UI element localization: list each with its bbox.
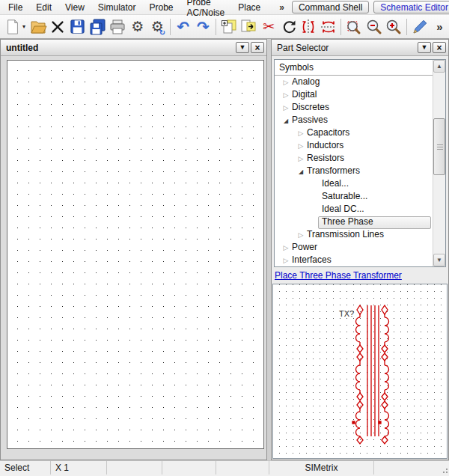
undo-button[interactable]: ↶ <box>174 16 193 37</box>
status-empty <box>216 461 269 475</box>
copy-pages-icon <box>220 18 238 36</box>
menu-overflow-chevron-icon[interactable]: » <box>276 2 287 13</box>
simulator-options-button[interactable]: ⚙ ↻ <box>147 16 167 37</box>
scrollbar-thumb[interactable] <box>433 118 445 175</box>
menu-place[interactable]: Place <box>231 1 267 14</box>
tree-item-power[interactable]: Power <box>275 241 433 254</box>
schematic-canvas[interactable] <box>7 60 264 449</box>
window-menu-button[interactable]: ▼ <box>236 42 249 53</box>
panel-menu-button[interactable]: ▼ <box>418 42 431 53</box>
redo-arrow-icon: ↷ <box>197 19 210 34</box>
new-schematic-button[interactable]: ▾ <box>2 16 28 37</box>
gear-icon: ⚙ <box>131 19 144 34</box>
tree-item-digital[interactable]: Digital <box>275 88 433 101</box>
workspace: untitled ▼ × Part Selector ▼ × Symbols A… <box>0 39 449 460</box>
tree-rows: Analog Digital Discretes Passives Capaci… <box>275 76 433 266</box>
copy-button[interactable] <box>219 16 239 37</box>
chevron-right-icon[interactable] <box>282 101 290 115</box>
menu-bar: File Edit View Simulator Probe Probe AC/… <box>0 0 449 15</box>
paste-button[interactable] <box>239 16 259 37</box>
schematic-window-title: untitled <box>6 43 234 53</box>
chevron-right-icon[interactable] <box>297 228 305 242</box>
chevron-right-icon[interactable] <box>297 126 305 140</box>
floppy-disk-icon <box>69 18 86 35</box>
tree-item-capacitors[interactable]: Capacitors <box>275 126 433 139</box>
tree-item-interfaces[interactable]: Interfaces <box>275 254 433 266</box>
tree-item-transmission-lines[interactable]: Transmission Lines <box>275 228 433 241</box>
chevron-right-icon[interactable] <box>282 254 290 267</box>
close-file-button[interactable] <box>49 16 68 37</box>
zoom-area-button[interactable] <box>344 16 364 37</box>
mirror-vertical-icon <box>299 18 317 36</box>
schematic-editor-label: Schematic Editor <box>380 2 448 13</box>
chevron-right-icon[interactable] <box>282 88 290 102</box>
toolbar-separator <box>216 19 216 35</box>
chevron-right-icon[interactable] <box>297 139 305 153</box>
menu-edit[interactable]: Edit <box>29 1 58 14</box>
tree-item-analog[interactable]: Analog <box>275 76 433 88</box>
tree-item-inductors[interactable]: Inductors <box>275 139 433 152</box>
flip-horizontal-axis-button[interactable] <box>319 16 338 37</box>
tree-item-passives[interactable]: Passives <box>275 114 433 126</box>
status-empty <box>374 461 449 475</box>
panel-close-button[interactable]: × <box>433 42 446 53</box>
command-shell-button[interactable]: Command Shell <box>292 1 369 13</box>
part-selector-titlebar[interactable]: Part Selector ▼ × <box>272 40 448 56</box>
window-close-button[interactable]: × <box>251 42 264 53</box>
save-button[interactable] <box>68 16 88 37</box>
menu-view[interactable]: View <box>58 1 91 14</box>
printer-icon <box>109 18 126 36</box>
scroll-up-icon[interactable]: ▲ <box>433 60 445 73</box>
schematic-window-titlebar[interactable]: untitled ▼ × <box>1 40 266 56</box>
scroll-down-icon[interactable]: ▼ <box>433 254 445 266</box>
part-reference-label: TX? <box>339 309 354 318</box>
status-app-name: SIMetrix <box>269 461 374 475</box>
place-part-link[interactable]: Place Three Phase Transformer <box>275 270 402 281</box>
rotate-arrow-icon <box>280 18 298 36</box>
chevron-right-icon[interactable] <box>297 152 305 165</box>
status-empty <box>107 461 162 475</box>
chevron-right-icon[interactable] <box>282 76 290 89</box>
zoom-area-magnifier-icon <box>345 18 363 36</box>
three-phase-transformer-symbol: TX? <box>273 284 448 460</box>
mirror-horizontal-icon <box>320 18 337 36</box>
draw-wire-button[interactable] <box>410 16 430 37</box>
rotate-button[interactable] <box>279 16 299 37</box>
tree-item-resistors[interactable]: Resistors <box>275 152 433 165</box>
menu-simulator[interactable]: Simulator <box>91 1 143 14</box>
redo-button[interactable]: ↷ <box>194 16 213 37</box>
toolbar-overflow-chevron-icon[interactable]: » <box>430 16 449 37</box>
schematic-editor-button[interactable]: Schematic Editor ▼ <box>373 1 449 13</box>
resize-grip[interactable] <box>441 466 448 473</box>
flip-vertical-axis-button[interactable] <box>299 16 318 37</box>
options-button[interactable]: ⚙ <box>128 16 147 37</box>
tree-item-three-phase[interactable]: Three Phase <box>275 216 433 228</box>
toolbar-separator <box>170 19 171 35</box>
tree-item-saturable[interactable]: Saturable... <box>275 190 433 203</box>
part-preview-pane[interactable]: TX? <box>272 284 448 459</box>
tree-item-discretes[interactable]: Discretes <box>275 101 433 114</box>
new-dropdown-icon[interactable]: ▾ <box>22 23 25 30</box>
cut-button[interactable]: ✂ <box>259 16 278 37</box>
menu-file[interactable]: File <box>1 1 29 14</box>
part-selector-pane: Part Selector ▼ × Symbols Analog Digital… <box>271 39 449 460</box>
tree-item-ideal-dc[interactable]: Ideal DC... <box>275 203 433 216</box>
status-bar: Select X 1 SIMetrix <box>0 460 449 475</box>
tree-item-ideal[interactable]: Ideal... <box>275 177 433 190</box>
scissors-icon: ✂ <box>263 19 275 34</box>
menu-probe[interactable]: Probe <box>143 1 180 14</box>
chevron-right-icon[interactable] <box>282 241 290 254</box>
tree-item-transformers[interactable]: Transformers <box>275 165 433 177</box>
undo-arrow-icon: ↶ <box>177 19 189 34</box>
save-all-button[interactable] <box>88 16 108 37</box>
tree-scrollbar[interactable]: ▲ ▼ <box>433 60 445 266</box>
zoom-in-button[interactable] <box>385 16 404 37</box>
open-file-button[interactable] <box>28 16 48 37</box>
chevron-expanded-icon[interactable] <box>282 114 290 127</box>
close-x-icon <box>49 19 66 35</box>
zoom-out-magnifier-icon <box>365 18 383 36</box>
print-button[interactable] <box>108 16 127 37</box>
chevron-expanded-icon[interactable] <box>297 165 305 178</box>
zoom-out-button[interactable] <box>364 16 384 37</box>
toolbar-separator <box>340 19 341 35</box>
